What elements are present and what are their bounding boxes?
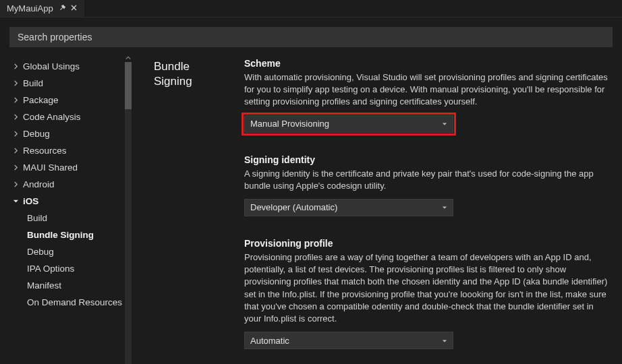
sidebar-item-label: Package [23, 95, 59, 105]
sidebar-item[interactable]: MAUI Shared [9, 159, 130, 176]
sidebar-item-label: Bundle Signing [27, 230, 94, 240]
search-input[interactable]: Search properties [9, 27, 613, 47]
signing-identity-label: Signing identity [244, 154, 609, 165]
signing-identity-description: A signing identity is the certificate an… [244, 168, 609, 192]
scheme-description: With automatic provisioning, Visual Stud… [244, 71, 609, 109]
sidebar-item-label: Debug [23, 129, 50, 139]
caret-right-icon [12, 164, 19, 171]
caret-right-icon [12, 97, 19, 104]
document-tab[interactable]: MyMauiApp [0, 0, 84, 17]
setting-provisioning-profile: Provisioning profile Provisioning profil… [244, 238, 609, 349]
provisioning-profile-label: Provisioning profile [244, 238, 609, 249]
provisioning-profile-dropdown-value: Automatic [250, 336, 289, 346]
scrollbar-thumb[interactable] [125, 62, 132, 109]
sidebar-sub-item[interactable]: Manifest [9, 277, 130, 294]
sidebar-sub-item[interactable]: Bundle Signing [9, 226, 130, 243]
sidebar-item-label: Build [27, 213, 47, 223]
sidebar: Global UsingsBuildPackageCode AnalysisDe… [0, 54, 134, 364]
sidebar-item[interactable]: iOS [9, 193, 130, 210]
sidebar-item-label: Android [23, 179, 55, 189]
sidebar-item[interactable]: Android [9, 176, 130, 193]
sidebar-sub-item[interactable]: IPA Options [9, 260, 130, 277]
signing-identity-dropdown[interactable]: Developer (Automatic) [244, 199, 453, 216]
tab-bar: MyMauiApp [0, 0, 622, 18]
scrollbar-track[interactable] [125, 62, 132, 364]
sidebar-item[interactable]: Resources [9, 142, 130, 159]
caret-down-icon [12, 198, 19, 205]
sidebar-item-label: Manifest [27, 280, 61, 291]
sidebar-item-label: iOS [23, 196, 38, 206]
sidebar-item[interactable]: Build [9, 75, 130, 92]
chevron-down-icon [442, 202, 447, 212]
setting-signing-identity: Signing identity A signing identity is t… [244, 154, 609, 216]
sidebar-item-label: Debug [27, 247, 54, 257]
sidebar-item-label: IPA Options [27, 264, 74, 274]
sidebar-scrollbar[interactable] [123, 54, 134, 364]
tab-title: MyMauiApp [7, 3, 53, 13]
scheme-dropdown-value: Manual Provisioning [250, 119, 329, 129]
signing-identity-dropdown-value: Developer (Automatic) [250, 202, 337, 212]
caret-right-icon [12, 181, 19, 188]
sidebar-item[interactable]: Debug [9, 125, 130, 142]
caret-right-icon [12, 131, 19, 138]
sidebar-sub-item[interactable]: Debug [9, 243, 130, 260]
sidebar-sub-item[interactable]: Build [9, 210, 130, 226]
close-icon[interactable] [70, 3, 78, 13]
sidebar-item[interactable]: Code Analysis [9, 109, 130, 125]
sidebar-sub-item[interactable]: On Demand Resources [9, 294, 130, 311]
section-title: Bundle Signing [154, 58, 244, 364]
sidebar-item-label: Resources [23, 146, 67, 156]
chevron-down-icon [442, 336, 447, 346]
provisioning-profile-dropdown[interactable]: Automatic [244, 332, 453, 349]
sidebar-item-label: On Demand Resources [27, 297, 122, 307]
search-placeholder: Search properties [18, 32, 92, 42]
sidebar-item[interactable]: Global Usings [9, 58, 130, 75]
caret-right-icon [12, 63, 19, 70]
scheme-dropdown[interactable]: Manual Provisioning [244, 115, 453, 133]
caret-right-icon [12, 148, 19, 154]
caret-right-icon [12, 80, 19, 87]
scheme-label: Scheme [244, 58, 609, 69]
sidebar-item[interactable]: Package [9, 92, 130, 109]
scroll-up-icon[interactable] [123, 54, 134, 62]
sidebar-item-label: Global Usings [23, 61, 80, 71]
provisioning-profile-description: Provisioning profiles are a way of tying… [244, 251, 609, 325]
sidebar-item-label: Code Analysis [23, 112, 81, 122]
caret-right-icon [12, 114, 19, 121]
content-pane: Bundle Signing Scheme With automatic pro… [134, 54, 622, 364]
pin-icon[interactable] [59, 3, 66, 13]
setting-scheme: Scheme With automatic provisioning, Visu… [244, 58, 609, 133]
chevron-down-icon [442, 119, 447, 129]
sidebar-item-label: Build [23, 78, 43, 88]
sidebar-item-label: MAUI Shared [23, 162, 78, 173]
